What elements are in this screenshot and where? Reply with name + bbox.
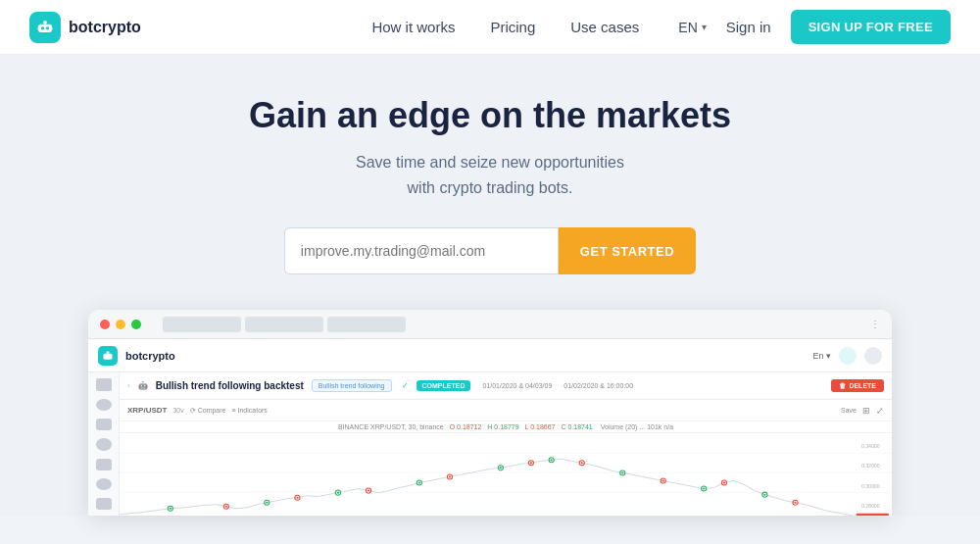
svg-text:0.30000: 0.30000: [861, 483, 880, 489]
nav-how-it-works[interactable]: How it works: [371, 19, 455, 35]
signup-button[interactable]: SIGN UP FOR FREE: [791, 10, 951, 44]
nav-right: EN ▾ Sign in SIGN UP FOR FREE: [678, 10, 951, 44]
window-close-dot: [100, 320, 110, 329]
chevron-down-icon: ▾: [702, 22, 707, 32]
price-o: O 0.18712: [450, 423, 482, 430]
svg-text:0.28000: 0.28000: [861, 503, 880, 509]
app-main: ‹ 🤖 Bullish trend following backtest Bul…: [120, 372, 892, 516]
sidebar-icon-1: [96, 378, 112, 390]
chart-toolbar: XRP/USDT 30v ⟳ Compare ≡ Indicators Save…: [120, 400, 892, 421]
window-menu-dots: ⋮: [870, 319, 880, 329]
svg-rect-3: [43, 21, 46, 24]
app-brand-name: botcrypto: [125, 350, 175, 362]
svg-point-32: [703, 488, 705, 490]
hero-section: Gain an edge on the markets Save time an…: [0, 55, 980, 516]
delete-button[interactable]: 🗑 DELETE: [831, 379, 884, 392]
svg-text:0.34000: 0.34000: [861, 444, 880, 450]
svg-rect-7: [107, 351, 110, 353]
exchange-info: BINANCE XRP/USDT, 30, binance O 0.18712 …: [120, 421, 892, 433]
language-selector[interactable]: EN ▾: [678, 20, 706, 35]
indicators-label: ≡ Indicators: [231, 407, 267, 414]
svg-rect-0: [38, 24, 51, 31]
tab-stub-3: [327, 317, 406, 332]
tab-stub-2: [245, 317, 323, 332]
app-chat-icon: [839, 347, 857, 365]
svg-rect-5: [51, 26, 53, 29]
signin-button[interactable]: Sign in: [718, 19, 779, 35]
sidebar-icon-6: [96, 478, 112, 490]
logo[interactable]: botcrypto: [29, 12, 141, 43]
sidebar-icon-2: [96, 399, 112, 411]
hero-subtitle: Save time and seize new opportunities wi…: [20, 150, 960, 200]
svg-text:0.32000: 0.32000: [861, 464, 880, 470]
svg-rect-4: [38, 26, 40, 29]
app-lang: En ▾: [812, 351, 831, 361]
app-nav-right: En ▾: [812, 347, 882, 365]
volume-info: Volume (20) ... 101k n/a: [601, 423, 673, 430]
get-started-button[interactable]: GET STARTED: [559, 227, 696, 274]
svg-point-2: [46, 26, 49, 29]
hero-title: Gain an edge on the markets: [20, 94, 960, 136]
svg-point-46: [581, 463, 583, 465]
status-badge: COMPLETED: [416, 380, 471, 391]
svg-rect-6: [104, 354, 113, 360]
language-label: EN: [678, 20, 697, 35]
price-c: C 0.18741: [561, 423, 592, 430]
trash-icon: 🗑: [839, 382, 846, 389]
strategy-badge: Bullish trend following: [312, 379, 392, 392]
svg-point-36: [225, 506, 227, 508]
chart-layout-icon: ⊞: [862, 406, 870, 416]
window-maximize-dot: [131, 320, 141, 329]
sidebar-icon-7: [96, 498, 112, 510]
svg-point-48: [662, 480, 664, 482]
svg-text:0.18500: 0.18500: [858, 515, 877, 516]
app-content-area: ‹ 🤖 Bullish trend following backtest Bul…: [88, 372, 892, 516]
svg-point-42: [449, 476, 451, 478]
chart-save-btn: Save: [841, 407, 857, 414]
chart-area: 0.34000 0.32000 0.30000 0.28000 0.26000: [120, 433, 892, 516]
svg-point-52: [794, 502, 796, 504]
compare-label: ⟳ Compare: [190, 407, 226, 415]
back-arrow: ‹: [127, 381, 130, 390]
hero-form: GET STARTED: [20, 227, 960, 274]
price-h: H 0.18779: [487, 423, 518, 430]
chart-toolbar-right: Save ⊞ ⤢: [841, 406, 884, 416]
logo-text: botcrypto: [69, 19, 141, 36]
window-minimize-dot: [116, 320, 125, 329]
chart-fullscreen-icon: ⤢: [876, 406, 884, 416]
email-input[interactable]: [284, 227, 559, 274]
svg-point-22: [337, 492, 339, 494]
date-to: 01/02/2020 & 16:00:00: [564, 382, 633, 389]
sidebar-icon-3: [96, 419, 112, 430]
svg-point-24: [418, 482, 420, 484]
price-chart: 0.34000 0.32000 0.30000 0.28000 0.26000: [120, 433, 892, 516]
backtest-header: ‹ 🤖 Bullish trend following backtest Bul…: [120, 372, 892, 400]
app-user-icon: [864, 347, 882, 365]
app-sidebar: [88, 372, 120, 516]
sidebar-icon-4: [96, 438, 112, 450]
nav-use-cases[interactable]: Use cases: [570, 19, 639, 35]
backtest-title: Bullish trend following backtest: [156, 380, 304, 391]
nav-pricing[interactable]: Pricing: [490, 19, 535, 35]
svg-point-34: [763, 494, 765, 496]
svg-point-44: [530, 463, 532, 465]
date-from: 01/01/2020 & 04/03/09: [482, 382, 552, 389]
app-preview: ⋮ botcrypto En ▾: [88, 310, 892, 516]
svg-point-40: [368, 490, 369, 492]
tab-stub-1: [163, 317, 241, 332]
bot-icon-small: 🤖: [138, 381, 148, 390]
chart-timeframe: 30v: [172, 407, 183, 414]
chart-pair-label: XRP/USDT: [127, 406, 167, 415]
tab-bar: [163, 317, 864, 332]
app-logo-small: [98, 346, 118, 366]
checkmark-icon: ✓: [402, 381, 409, 390]
svg-point-1: [41, 26, 44, 29]
app-inner-navbar: botcrypto En ▾: [88, 339, 892, 372]
nav-links: How it works Pricing Use cases: [371, 19, 639, 35]
app-titlebar: ⋮: [88, 310, 892, 339]
svg-point-18: [170, 508, 172, 510]
price-l: L 0.18667: [525, 423, 556, 430]
svg-point-28: [551, 460, 553, 462]
navbar: botcrypto How it works Pricing Use cases…: [0, 0, 980, 55]
svg-point-50: [723, 482, 725, 484]
